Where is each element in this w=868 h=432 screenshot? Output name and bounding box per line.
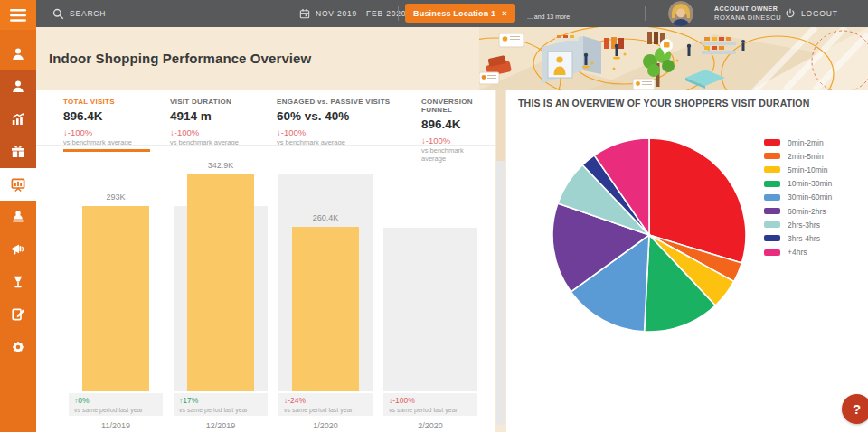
last-year-bar [383, 228, 477, 391]
change-note: vs same period last year [389, 407, 472, 413]
sidebar-item-person[interactable] [0, 38, 36, 70]
legend-label: 10min-30min [788, 179, 832, 188]
hamburger-menu-button[interactable] [0, 0, 36, 30]
sidebar-item-gift[interactable] [0, 136, 36, 168]
search-control[interactable]: SEARCH [52, 0, 106, 27]
divider [36, 145, 495, 146]
legend-label: 60min-2hrs [788, 207, 826, 216]
search-icon [52, 8, 64, 20]
change-badge: ↑17%vs same period last year [174, 393, 268, 416]
person-icon [10, 79, 26, 95]
change-value: ↓-24% [284, 396, 367, 405]
main-area: Indoor Shopping Performance Overview TOT… [36, 27, 868, 432]
legend-item-30min-60min: 30min-60min [764, 191, 832, 204]
sidebar [0, 27, 36, 432]
sidebar-item-gear[interactable] [0, 331, 36, 363]
legend-label: +4hrs [788, 248, 807, 257]
legend-item-5min-10min: 5min-10min [764, 163, 832, 176]
report-board-icon [10, 176, 26, 193]
sidebar-item-person[interactable] [0, 70, 36, 103]
scrollbar-track[interactable] [496, 161, 505, 425]
logout-label: LOGOUT [801, 9, 838, 18]
banner-illustration [479, 27, 868, 90]
legend-item-2hrs-3hrs: 2hrs-3hrs [764, 218, 832, 231]
wine-glass-icon [10, 274, 26, 290]
legend-swatch [764, 208, 780, 214]
change-badge: ↓-24%vs same period last year [278, 393, 373, 416]
gift-icon [10, 144, 26, 160]
bar-value-label: 342.9K [168, 161, 273, 170]
avatar[interactable] [668, 1, 693, 26]
legend-label: 2min-5min [788, 152, 824, 161]
current-period-bar [292, 227, 359, 391]
visit-duration-panel: THIS IS AN OVERVIEW OF YOUR SHOPPERS VIS… [506, 90, 868, 432]
legend-label: 0min-2min [788, 138, 824, 147]
account-name-label: ROXANA DINESCU [714, 14, 781, 23]
bar-value-label: 293K [63, 193, 168, 202]
bar-group-12/2019: 342.9K [168, 146, 273, 391]
business-location-chip[interactable]: Business Location 1 × [405, 4, 515, 23]
person-icon [10, 46, 26, 62]
calendar-icon [299, 8, 310, 19]
sidebar-item-megaphone[interactable] [0, 233, 36, 266]
monthly-visits-bar-chart: 293K342.9K260.4K ↑0%vs same period last … [63, 146, 483, 430]
legend-label: 5min-10min [788, 165, 827, 174]
legend-swatch [764, 181, 780, 187]
account-info[interactable]: ACCOUNT OWNER ROXANA DINESCU [714, 5, 781, 23]
legend-swatch [764, 235, 780, 241]
gear-icon [10, 339, 26, 355]
bar-group-11/2019: 293K [63, 146, 168, 391]
logout-button[interactable]: LOGOUT [785, 0, 838, 27]
change-note: vs same period last year [179, 407, 262, 413]
change-note: vs same period last year [284, 407, 367, 413]
clipboard-pen-icon [10, 306, 26, 323]
change-badge: ↑0%vs same period last year [69, 393, 163, 416]
service-person-icon [10, 209, 26, 225]
legend-item-2min-5min: 2min-5min [764, 149, 832, 163]
legend-item-3hrs-4hrs: 3hrs-4hrs [764, 231, 832, 245]
legend-item-0min-2min: 0min-2min [764, 136, 832, 149]
megaphone-icon [10, 241, 26, 258]
change-badge: ↓-100%vs same period last year [383, 393, 477, 416]
more-locations-label[interactable]: ... and 13 more [527, 14, 570, 20]
date-range-picker[interactable]: NOV 2019 - FEB 2020 [299, 0, 406, 27]
legend-item-60min-2hrs: 60min-2hrs [764, 204, 832, 218]
legend-item-+4hrs: +4hrs [764, 246, 832, 259]
x-axis-label: 11/2019 [63, 421, 168, 430]
x-axis-label: 2/2020 [378, 421, 483, 430]
bar-group-1/2020: 260.4K [273, 146, 378, 391]
change-value: ↓-100% [389, 396, 472, 405]
legend-label: 30min-60min [788, 193, 832, 202]
account-role-label: ACCOUNT OWNER [714, 5, 781, 14]
legend-label: 3hrs-4hrs [788, 234, 820, 243]
legend-swatch [764, 153, 780, 159]
pie-legend: 0min-2min2min-5min5min-10min10min-30min3… [764, 136, 832, 259]
sidebar-item-service-person[interactable] [0, 201, 36, 233]
bar-group-2/2020 [378, 146, 483, 391]
divider [645, 6, 646, 21]
chip-close-icon[interactable]: × [502, 9, 506, 18]
current-period-bar [82, 206, 149, 391]
legend-swatch [764, 139, 780, 146]
change-value: ↑17% [179, 396, 262, 405]
legend-swatch [764, 194, 780, 201]
performance-panel: TOTAL VISITS 896.4K ↓-100% vs benchmark … [36, 90, 495, 432]
legend-item-10min-30min: 10min-30min [764, 177, 832, 191]
sidebar-item-clipboard-pen[interactable] [0, 298, 36, 331]
sidebar-item-chart-growth[interactable] [0, 103, 36, 136]
top-bar: SEARCH NOV 2019 - FEB 2020 Business Loca… [0, 0, 868, 27]
current-period-bar [187, 174, 254, 391]
scrollbar-thumb[interactable] [496, 90, 505, 161]
divider [398, 6, 399, 21]
business-location-label: Business Location 1 [413, 9, 495, 18]
bar-value-label: 260.4K [273, 213, 378, 222]
sidebar-item-wine-glass[interactable] [0, 266, 36, 298]
change-value: ↑0% [74, 396, 157, 405]
power-icon [785, 8, 796, 19]
divider [288, 6, 288, 21]
x-axis-label: 12/2019 [168, 421, 273, 430]
legend-label: 2hrs-3hrs [788, 221, 820, 230]
avatar-image [668, 1, 693, 26]
sidebar-item-report-board[interactable] [0, 168, 36, 201]
help-button[interactable]: ? [842, 394, 868, 424]
